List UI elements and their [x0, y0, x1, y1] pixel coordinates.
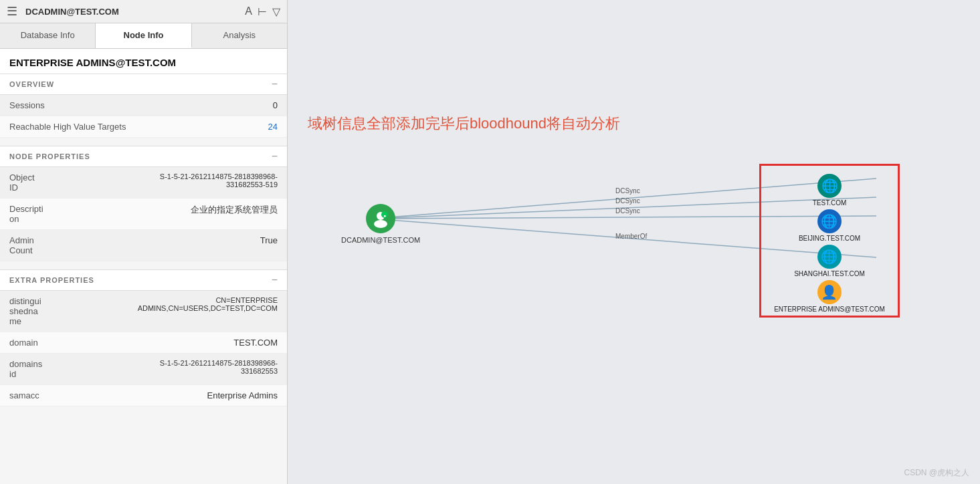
beijing-icon: 🌐: [817, 209, 842, 233]
samacc-row: samacc Enterprise Admins: [0, 385, 287, 406]
domains-id-value: S-1-5-21-2612114875-2818398968-331682553: [130, 359, 278, 375]
dcadmin-icon: ●: [366, 204, 395, 233]
shanghai-label: SHANGHAI.TEST.COM: [794, 270, 865, 277]
edge-label-dcsync-1: DCSync: [615, 187, 640, 195]
enterprise-admins-icon: 👤: [817, 280, 842, 304]
tab-analysis[interactable]: Analysis: [192, 23, 287, 48]
overview-toggle[interactable]: −: [272, 78, 278, 90]
annotation-text: 域树信息全部添加完毕后bloodhound将自动分析: [308, 114, 620, 134]
edge-label-memberof: MemberOf: [615, 233, 647, 240]
samacc-label: samacc: [9, 390, 39, 400]
dcadmin-label: DCADMIN@TEST.COM: [341, 236, 420, 244]
distinguished-name-row: distingui shedna me CN=ENTERPRISE ADMINS…: [0, 291, 287, 332]
node-title: ENTERPRISE ADMINS@TEST.COM: [0, 49, 287, 74]
domains-id-label: domains id: [9, 359, 42, 379]
distinguished-name-value: CN=ENTERPRISE ADMINS,CN=USERS,DC=TEST,DC…: [138, 296, 278, 312]
node-properties-section: NODE PROPERTIES − Object ID S-1-5-21-261…: [0, 146, 287, 261]
object-id-value: S-1-5-21-2612114875-2818398968-331682553…: [130, 172, 278, 189]
edge-label-dcsync-3: DCSync: [615, 207, 640, 215]
extra-properties-header: EXTRA PROPERTIES −: [0, 269, 287, 291]
admin-count-row: Admin Count True: [0, 230, 287, 261]
tab-database-info[interactable]: Database Info: [0, 23, 96, 48]
domain-value: TEST.COM: [233, 338, 278, 348]
object-id-label: Object ID: [9, 172, 35, 193]
overview-title: OVERVIEW: [9, 80, 54, 88]
extra-properties-toggle[interactable]: −: [272, 274, 278, 286]
bookmark-icon[interactable]: ⊢: [258, 5, 267, 18]
top-bar-title: DCADMIN@TEST.COM: [25, 7, 237, 17]
domain-row: domain TEST.COM: [0, 332, 287, 354]
sessions-row: Sessions 0: [0, 95, 287, 116]
node-shanghai-test-com[interactable]: 🌐 SHANGHAI.TEST.COM: [794, 245, 865, 277]
domains-id-row: domains id S-1-5-21-2612114875-281839896…: [0, 354, 287, 385]
sessions-label: Sessions: [9, 100, 45, 110]
tab-node-info[interactable]: Node Info: [96, 23, 191, 48]
beijing-label: BEIJING.TEST.COM: [799, 235, 860, 242]
filter-icon[interactable]: ▽: [272, 5, 280, 18]
node-enterprise-admins[interactable]: 👤 ENTERPRISE ADMINS@TEST.COM: [774, 280, 885, 313]
left-panel: ☰ DCADMIN@TEST.COM A ⊢ ▽ Database Info N…: [0, 0, 288, 484]
distinguished-name-label: distingui shedna me: [9, 296, 41, 326]
source-node[interactable]: ● DCADMIN@TEST.COM: [341, 204, 420, 244]
reachable-hvt-row: Reachable High Value Targets 24: [0, 116, 287, 138]
reachable-hvt-label: Reachable High Value Targets: [9, 122, 126, 132]
menu-icon[interactable]: ☰: [7, 4, 17, 19]
overview-section: OVERVIEW − Sessions 0 Reachable High Val…: [0, 74, 287, 138]
watermark: CSDN @虎构之人: [904, 467, 969, 479]
graph-panel: 域树信息全部添加完毕后bloodhound将自动分析 DCSync: [288, 0, 980, 484]
node-test-com[interactable]: 🌐 TEST.COM: [813, 174, 847, 207]
shanghai-icon: 🌐: [817, 245, 842, 269]
node-beijing-test-com[interactable]: 🌐 BEIJING.TEST.COM: [799, 209, 860, 242]
font-icon[interactable]: A: [245, 5, 252, 18]
top-bar-actions: A ⊢ ▽: [245, 5, 280, 18]
reachable-hvt-value: 24: [268, 122, 278, 132]
top-bar: ☰ DCADMIN@TEST.COM A ⊢ ▽: [0, 0, 287, 23]
extra-properties-title: EXTRA PROPERTIES: [9, 276, 94, 284]
node-properties-header: NODE PROPERTIES −: [0, 146, 287, 167]
edge-label-dcsync-2: DCSync: [615, 197, 640, 205]
node-properties-title: NODE PROPERTIES: [9, 152, 90, 160]
samacc-value: Enterprise Admins: [207, 390, 278, 400]
description-label: Descripti on: [9, 204, 43, 224]
domain-label: domain: [9, 338, 38, 348]
sessions-value: 0: [273, 100, 278, 110]
node-properties-toggle[interactable]: −: [272, 150, 278, 162]
overview-header: OVERVIEW −: [0, 74, 287, 95]
admin-count-value: True: [260, 235, 278, 245]
test-com-label: TEST.COM: [813, 199, 847, 207]
svg-point-21: [374, 220, 387, 228]
admin-count-label: Admin Count: [9, 235, 34, 255]
extra-properties-section: EXTRA PROPERTIES − distingui shedna me C…: [0, 269, 287, 406]
object-id-row: Object ID S-1-5-21-2612114875-2818398968…: [0, 167, 287, 199]
target-nodes-box: 🌐 TEST.COM 🌐 BEIJING.TEST.COM 🌐 SHANGHAI…: [759, 164, 900, 318]
svg-text:●: ●: [383, 213, 386, 218]
enterprise-admins-label: ENTERPRISE ADMINS@TEST.COM: [774, 306, 885, 313]
test-com-icon: 🌐: [817, 174, 842, 198]
tabs: Database Info Node Info Analysis: [0, 23, 287, 49]
panel-content: ENTERPRISE ADMINS@TEST.COM OVERVIEW − Se…: [0, 49, 287, 484]
description-row: Descripti on 企业的指定系统管理员: [0, 199, 287, 230]
description-value: 企业的指定系统管理员: [191, 204, 278, 216]
